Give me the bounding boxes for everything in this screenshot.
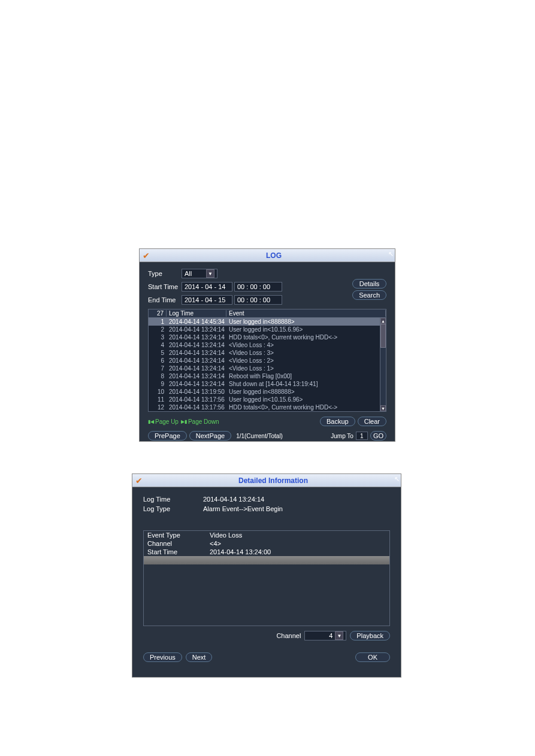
row-time: 2014-04-14 13:24:14 — [167, 381, 226, 387]
channel-select[interactable]: 4 ▼ — [304, 631, 346, 640]
scroll-up-icon[interactable]: ▲ — [380, 318, 386, 324]
detail-channel-value: <4> — [210, 540, 221, 547]
table-row[interactable]: 12014-04-14 14:45:34User logged in<88888… — [149, 318, 386, 326]
row-event: <Video Loss : 2> — [226, 357, 386, 364]
row-num: 3 — [149, 334, 167, 341]
playback-button[interactable]: Playback — [350, 631, 390, 640]
row-time: 2014-04-14 13:17:56 — [167, 396, 226, 403]
page-up-link[interactable]: ▮◀ Page Up — [148, 418, 179, 425]
prepage-button[interactable]: PrePage — [148, 431, 187, 441]
detail-window-title: Detailed Information — [146, 476, 401, 485]
table-row[interactable]: 122014-04-14 13:17:56HDD totals<0>, Curr… — [149, 403, 386, 411]
row-event: Shut down at [14-04-14 13:19:41] — [226, 381, 386, 387]
table-row[interactable]: 62014-04-14 13:24:14<Video Loss : 2> — [149, 357, 386, 365]
cursor-icon: ↖ — [394, 475, 400, 483]
row-num: 9 — [149, 381, 167, 387]
start-time-input[interactable]: 00 : 00 : 00 — [234, 282, 282, 292]
row-event: <Video Loss : 1> — [226, 365, 386, 372]
event-type-value: Video Loss — [210, 532, 242, 539]
app-icon: ✔ — [132, 474, 146, 487]
table-row[interactable]: 102014-04-14 13:19:50User logged in<8888… — [149, 388, 386, 396]
search-button[interactable]: Search — [352, 290, 386, 300]
end-time-input[interactable]: 00 : 00 : 00 — [234, 295, 282, 305]
row-time: 2014-04-14 14:45:34 — [167, 318, 226, 325]
table-row[interactable]: 82014-04-14 13:24:14Reboot with Flag [0x… — [149, 372, 386, 380]
nextpage-button[interactable]: NextPage — [189, 431, 231, 441]
table-row[interactable]: 52014-04-14 13:24:14<Video Loss : 3> — [149, 349, 386, 357]
row-event: User logged in<10.15.6.96> — [226, 326, 386, 333]
detail-start-time-value: 2014-04-14 13:24:00 — [210, 548, 271, 555]
table-row[interactable]: 72014-04-14 13:24:14<Video Loss : 1> — [149, 365, 386, 372]
chevron-down-icon[interactable]: ▼ — [335, 631, 343, 640]
row-time: 2014-04-14 13:24:14 — [167, 342, 226, 348]
log-table: 27 Log Time Event 12014-04-14 14:45:34Us… — [148, 309, 386, 412]
header-logtime: Log Time — [167, 310, 226, 317]
row-event: Reboot with Flag [0x00] — [226, 373, 386, 379]
page-down-arrow-icon: ▶▮ — [181, 419, 187, 424]
channel-select-value: 4 — [329, 632, 333, 639]
detail-log-type-value: Alarm Event-->Event Begin — [203, 505, 283, 512]
table-row[interactable]: 92014-04-14 13:24:14Shut down at [14-04-… — [149, 380, 386, 388]
clear-button[interactable]: Clear — [358, 417, 386, 426]
row-event: HDD totals<0>, Current working HDD<-> — [226, 404, 386, 411]
start-date-input[interactable]: 2014 - 04 - 14 — [182, 282, 232, 292]
previous-button[interactable]: Previous — [143, 652, 182, 662]
page-up-label: Page Up — [155, 418, 179, 425]
row-num: 4 — [149, 342, 167, 348]
log-body: Details Search Type All ▼ Start Time 201… — [140, 262, 395, 447]
row-num: 1 — [149, 318, 167, 325]
detail-log-time-value: 2014-04-14 13:24:14 — [203, 496, 264, 503]
row-time: 2014-04-14 13:24:14 — [167, 326, 226, 333]
scrollbar-thumb[interactable] — [380, 324, 386, 348]
detail-body: Log Time 2014-04-14 13:24:14 Log Type Al… — [132, 487, 401, 670]
jump-to-label: Jump To — [331, 433, 353, 439]
row-event: <Video Loss : 3> — [226, 350, 386, 356]
log-window-title: LOG — [153, 251, 395, 260]
end-date-input[interactable]: 2014 - 04 - 15 — [182, 295, 232, 305]
table-row[interactable]: 32014-04-14 13:24:14HDD totals<0>, Curre… — [149, 333, 386, 341]
next-button[interactable]: Next — [186, 652, 213, 662]
type-dropdown[interactable]: All ▼ — [182, 269, 217, 278]
start-time-label: Start Time — [148, 283, 182, 290]
app-icon: ✔ — [140, 249, 153, 262]
row-num: 5 — [149, 350, 167, 356]
row-num: 12 — [149, 404, 167, 411]
detail-start-time-label: Start Time — [147, 548, 210, 555]
row-event: HDD totals<0>, Current working HDD<-> — [226, 334, 386, 341]
header-event: Event — [226, 310, 386, 317]
page-counter: 1/1(Current/Total) — [236, 433, 283, 439]
row-num: 2 — [149, 326, 167, 333]
cursor-icon: ↖ — [388, 250, 394, 258]
row-event: User logged in<888888> — [226, 318, 386, 325]
type-value: All — [185, 270, 204, 277]
backup-button[interactable]: Backup — [320, 417, 355, 426]
end-time-label: End Time — [148, 296, 182, 303]
go-button[interactable]: GO — [370, 431, 386, 441]
row-time: 2014-04-14 13:19:50 — [167, 388, 226, 395]
scroll-down-icon[interactable]: ▼ — [380, 405, 386, 411]
row-time: 2014-04-14 13:24:14 — [167, 350, 226, 356]
jump-to-input[interactable] — [356, 432, 368, 440]
detail-log-time-label: Log Time — [143, 496, 203, 503]
header-count: 27 — [149, 310, 167, 317]
row-num: 11 — [149, 396, 167, 403]
log-titlebar: ✔ LOG ↖ — [140, 249, 395, 262]
row-time: 2014-04-14 13:17:56 — [167, 404, 226, 411]
log-window: ✔ LOG ↖ Details Search Type All ▼ Start … — [139, 248, 395, 442]
page-down-link[interactable]: ▶▮ Page Down — [181, 418, 219, 425]
details-button[interactable]: Details — [352, 279, 386, 289]
table-row[interactable]: 112014-04-14 13:17:56User logged in<10.1… — [149, 396, 386, 403]
ok-button[interactable]: OK — [355, 652, 390, 662]
table-row[interactable]: 22014-04-14 13:24:14User logged in<10.15… — [149, 326, 386, 333]
row-event: User logged in<10.15.6.96> — [226, 396, 386, 403]
event-type-label: Event Type — [147, 532, 210, 539]
scrollbar[interactable]: ▲ ▼ — [380, 318, 386, 411]
detail-window: ✔ Detailed Information ↖ Log Time 2014-0… — [132, 473, 401, 678]
row-num: 10 — [149, 388, 167, 395]
chevron-down-icon[interactable]: ▼ — [206, 269, 214, 278]
type-label: Type — [148, 270, 182, 277]
table-row[interactable]: 42014-04-14 13:24:14<Video Loss : 4> — [149, 341, 386, 349]
log-table-header: 27 Log Time Event — [149, 309, 386, 318]
row-time: 2014-04-14 13:24:14 — [167, 357, 226, 364]
row-time: 2014-04-14 13:24:14 — [167, 373, 226, 379]
